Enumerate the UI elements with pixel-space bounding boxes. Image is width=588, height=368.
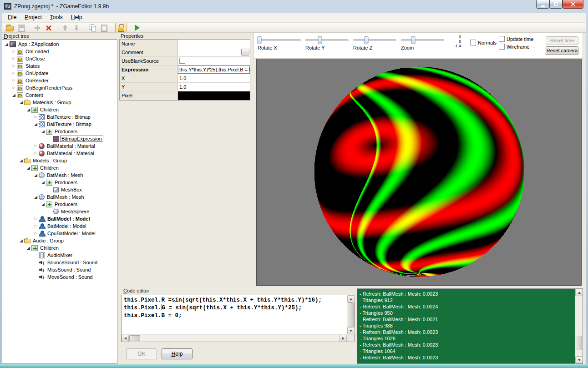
preview-canvas[interactable] bbox=[257, 59, 581, 285]
tree-item-ballmaterial-material[interactable]: ▷BallMaterial : Material bbox=[2, 142, 117, 150]
maximize-button[interactable] bbox=[549, 0, 563, 9]
collapse-arrow-icon[interactable]: ◢ bbox=[18, 99, 24, 106]
save-button[interactable] bbox=[15, 23, 27, 32]
title-bar[interactable]: ZPong.zgeproj * - ZGameEditor 1.9.9b bbox=[0, 0, 588, 13]
collapse-arrow-icon[interactable]: ◢ bbox=[33, 121, 39, 128]
collapse-arrow-icon[interactable]: ◢ bbox=[18, 157, 24, 164]
scroll-left-button[interactable] bbox=[122, 335, 129, 342]
useblanksource-checkbox[interactable] bbox=[179, 58, 185, 64]
tree-item-children[interactable]: ◢Children bbox=[2, 164, 117, 171]
delete-button[interactable] bbox=[43, 23, 55, 32]
collapse-arrow-icon[interactable]: ◢ bbox=[4, 40, 10, 48]
tree-item-batmaterial-material[interactable]: ▷BatMaterial : Material bbox=[2, 150, 117, 157]
tree-item-batmesh-mesh[interactable]: ◢BatMesh : Mesh bbox=[2, 171, 117, 179]
console-scroll-thumb[interactable] bbox=[576, 336, 582, 350]
property-value-expression[interactable]: this.Y*this.Y)*25);this.Pixel.B = 0; bbox=[178, 66, 250, 74]
normals-checkbox[interactable] bbox=[470, 40, 476, 45]
tree-item-onclose[interactable]: ▷OnClose bbox=[2, 55, 117, 62]
expand-arrow-icon[interactable]: ▷ bbox=[33, 215, 39, 222]
property-value-y[interactable]: 1.0 bbox=[178, 83, 250, 91]
expand-arrow-icon[interactable]: ▷ bbox=[33, 230, 39, 237]
tree-item-bitmapexpression[interactable]: BitmapExpression bbox=[2, 135, 117, 142]
expand-arrow-icon[interactable]: ▷ bbox=[33, 222, 39, 230]
collapse-arrow-icon[interactable]: ◢ bbox=[33, 193, 39, 201]
expand-arrow-icon[interactable]: ▷ bbox=[11, 48, 17, 55]
menu-item-project[interactable]: Project bbox=[20, 13, 46, 22]
comment-ellipsis-button[interactable]: ... bbox=[241, 49, 249, 55]
console-scroll-down-button[interactable] bbox=[575, 356, 583, 363]
tree-item-meshsphere[interactable]: MeshSphere bbox=[2, 208, 117, 215]
expand-arrow-icon[interactable]: ▷ bbox=[33, 113, 39, 121]
expand-arrow-icon[interactable]: ▷ bbox=[33, 150, 39, 157]
scroll-right-button[interactable] bbox=[340, 335, 347, 342]
expand-arrow-icon[interactable]: ▷ bbox=[11, 70, 17, 77]
tree-item-audio-group[interactable]: ◢Audio : Group bbox=[2, 237, 117, 244]
collapse-arrow-icon[interactable]: ◢ bbox=[25, 244, 31, 252]
property-value-pixel[interactable] bbox=[178, 91, 250, 100]
ok-button[interactable]: OK bbox=[126, 348, 157, 359]
slider-track[interactable] bbox=[401, 39, 444, 41]
tree-item-ballmodel-model[interactable]: ▷BallModel : Model bbox=[2, 215, 117, 222]
slider-thumb[interactable] bbox=[318, 36, 322, 44]
tree-item-content[interactable]: ◢Content bbox=[2, 91, 117, 99]
open-project-button[interactable] bbox=[4, 23, 15, 32]
property-value-comment[interactable]: ... bbox=[178, 48, 250, 56]
tree-item-models-group[interactable]: ◢Models : Group bbox=[2, 157, 117, 164]
tree-item-battexture-bitmap[interactable]: ▷BatTexture : Bitmap bbox=[2, 113, 117, 121]
tree-item-onloaded[interactable]: ▷OnLoaded bbox=[2, 48, 117, 55]
collapse-arrow-icon[interactable]: ◢ bbox=[25, 106, 31, 113]
tree-item-bouncesound-sound[interactable]: BounceSound : Sound bbox=[2, 259, 117, 266]
move-up-button[interactable] bbox=[60, 23, 71, 32]
tree-item-producers[interactable]: ◢Producers bbox=[2, 179, 117, 186]
tree-item-materials-group[interactable]: ◢Materials : Group bbox=[2, 99, 117, 106]
slider-thumb[interactable] bbox=[257, 36, 261, 44]
lock-button[interactable] bbox=[115, 23, 127, 32]
collapse-arrow-icon[interactable]: ◢ bbox=[33, 171, 39, 179]
console-scroll-up-button[interactable] bbox=[575, 289, 583, 296]
tree-item-children[interactable]: ◢Children bbox=[2, 106, 117, 113]
code-text[interactable]: this.Pixel.R =sin(sqrt(this.X*this.X + t… bbox=[122, 296, 346, 334]
color-swatch[interactable] bbox=[178, 91, 250, 100]
tree-item-batmodel-model[interactable]: ▷BatModel : Model bbox=[2, 222, 117, 230]
slider-thumb[interactable] bbox=[411, 36, 416, 44]
tree-item-onbeginrenderpass[interactable]: ▷OnBeginRenderPass bbox=[2, 84, 117, 91]
tree-item-producers[interactable]: ◢Producers bbox=[2, 201, 117, 208]
tree-item-ballmesh-mesh[interactable]: ◢BallMesh : Mesh bbox=[2, 193, 117, 201]
move-down-button[interactable] bbox=[71, 23, 82, 32]
collapse-arrow-icon[interactable]: ◢ bbox=[25, 164, 31, 171]
tree-item-onrender[interactable]: ▷OnRender bbox=[2, 77, 117, 84]
collapse-arrow-icon[interactable]: ◢ bbox=[40, 179, 46, 186]
tree-item-onupdate[interactable]: ▷OnUpdate bbox=[2, 70, 117, 77]
tree-item-producers[interactable]: ◢Producers bbox=[2, 128, 117, 135]
collapse-arrow-icon[interactable]: ◢ bbox=[11, 91, 17, 99]
scroll-down-button[interactable] bbox=[347, 327, 355, 334]
menu-item-tools[interactable]: Tools bbox=[46, 13, 67, 22]
tree-item-balltexture-bitmap[interactable]: ◢BallTexture : Bitmap bbox=[2, 121, 117, 128]
expand-arrow-icon[interactable]: ▷ bbox=[11, 84, 17, 91]
code-hscroll-thumb[interactable] bbox=[129, 335, 140, 341]
property-value-name[interactable] bbox=[178, 40, 250, 48]
tree-item-movesound-sound[interactable]: MoveSound : Sound bbox=[2, 273, 117, 281]
slider-track[interactable] bbox=[353, 39, 396, 41]
expand-arrow-icon[interactable]: ▷ bbox=[11, 62, 17, 70]
add-component-button[interactable] bbox=[32, 23, 43, 32]
expand-arrow-icon[interactable]: ▷ bbox=[33, 142, 39, 150]
collapse-arrow-icon[interactable]: ◢ bbox=[18, 237, 24, 244]
help-button[interactable]: Help bbox=[162, 348, 193, 359]
wireframe-checkbox[interactable] bbox=[499, 44, 505, 50]
expand-arrow-icon[interactable]: ▷ bbox=[11, 77, 17, 84]
run-button[interactable] bbox=[132, 23, 143, 32]
menu-item-help[interactable]: Help bbox=[67, 13, 86, 22]
tree-item-audiomixer[interactable]: AudioMixer bbox=[2, 252, 117, 259]
tree-item-children[interactable]: ◢Children bbox=[2, 244, 117, 252]
close-button[interactable] bbox=[563, 0, 583, 9]
copy-button[interactable] bbox=[87, 23, 99, 32]
property-value-useblanksource[interactable] bbox=[178, 57, 250, 65]
tree-item-app-zapplication[interactable]: ◢App : ZApplication bbox=[2, 40, 117, 48]
code-vscroll-thumb[interactable] bbox=[348, 302, 354, 327]
paste-button[interactable] bbox=[99, 23, 110, 32]
reset-camera-button[interactable]: Reset camera bbox=[546, 46, 578, 55]
property-value-x[interactable]: 1.0 bbox=[178, 74, 250, 82]
collapse-arrow-icon[interactable]: ◢ bbox=[40, 201, 46, 208]
minimize-button[interactable] bbox=[536, 0, 549, 9]
